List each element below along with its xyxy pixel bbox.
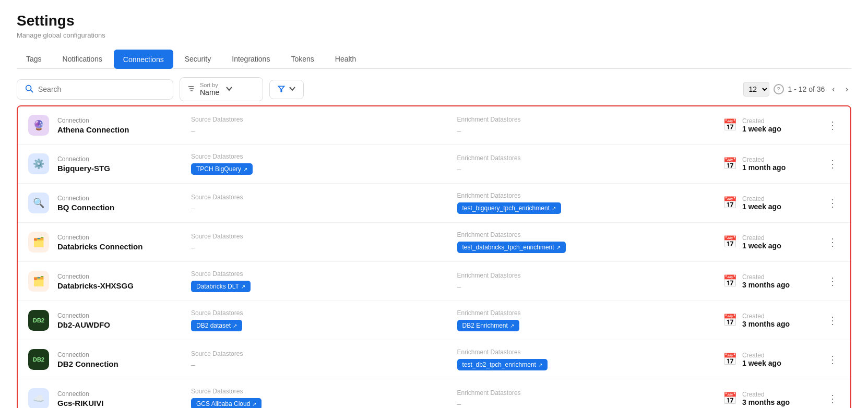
sort-by-value: Name — [200, 88, 219, 97]
external-link-icon: ↗ — [233, 323, 237, 329]
external-link-icon: ↗ — [241, 284, 245, 290]
row-menu-button[interactable]: ⋮ — [825, 155, 840, 172]
calendar-icon: 📅 — [723, 196, 737, 210]
connection-icon: ⚙️ — [28, 153, 49, 174]
external-link-icon: ↗ — [510, 323, 514, 329]
connection-name[interactable]: Databricks Connection — [57, 242, 183, 251]
connection-name[interactable]: Gcs-RIKUIVI — [57, 399, 183, 407]
page-title: Settings — [17, 13, 851, 29]
table-row: 🗂️ Connection Databricks Connection Sour… — [18, 223, 850, 262]
external-link-icon: ↗ — [243, 166, 247, 172]
row-menu-button[interactable]: ⋮ — [825, 351, 840, 368]
created-col: 📅 Created 1 month ago — [723, 156, 817, 172]
external-link-icon: ↗ — [538, 362, 542, 368]
connection-info: Connection Db2-AUWDFO — [57, 312, 183, 329]
source-datastores-col: Source Datastores – — [191, 194, 449, 212]
sort-chevron-icon — [225, 85, 233, 94]
enrichment-datastores-col: Enrichment Datastores – — [457, 272, 715, 291]
connections-list: 🔮 Connection Athena Connection Source Da… — [17, 105, 851, 408]
table-row: ⚙️ Connection Bigquery-STG Source Datast… — [18, 145, 850, 184]
tab-tokens[interactable]: Tokens — [281, 50, 323, 68]
connection-type-label: Connection — [57, 234, 183, 241]
calendar-icon: 📅 — [723, 392, 737, 405]
page-subtitle: Manage global configurations — [17, 31, 851, 39]
source-datastore-badge[interactable]: GCS Alibaba Cloud ↗ — [191, 398, 261, 408]
source-datastores-col: Source Datastores – — [191, 233, 449, 251]
source-datastores-col: Source Datastores – — [191, 350, 449, 369]
page-size-select[interactable]: 12 24 48 — [743, 82, 769, 97]
enrichment-datastore-badge[interactable]: test_databricks_tpch_enrichment ↗ — [457, 242, 566, 253]
filter-button[interactable] — [269, 80, 304, 99]
created-col: 📅 Created 1 week ago — [723, 195, 817, 211]
search-input[interactable] — [38, 85, 165, 93]
created-col: 📅 Created 3 months ago — [723, 313, 817, 328]
row-menu-button[interactable]: ⋮ — [825, 195, 840, 211]
calendar-icon: 📅 — [723, 235, 737, 249]
source-datastore-badge[interactable]: DB2 dataset ↗ — [191, 320, 242, 331]
sort-by-label: Sort by — [200, 82, 219, 88]
connection-icon: ☁️ — [28, 388, 49, 408]
enrichment-datastores-col: Enrichment Datastores – — [457, 116, 715, 135]
prev-page-button[interactable]: ‹ — [829, 82, 838, 96]
enrichment-datastores-col: Enrichment Datastores – — [457, 154, 715, 173]
table-row: DB2 Connection Db2-AUWDFO Source Datasto… — [18, 301, 850, 340]
table-row: 🔮 Connection Athena Connection Source Da… — [18, 106, 850, 145]
source-datastores-col: Source Datastores – — [191, 116, 449, 135]
toolbar: Sort by Name 12 24 48 ? 1 - 12 of 36 ‹ — [17, 77, 851, 101]
connection-type-label: Connection — [57, 195, 183, 202]
enrichment-datastore-badge[interactable]: test_bigquery_tpch_enrichment ↗ — [457, 202, 561, 214]
enrichment-datastore-badge[interactable]: test_db2_tpch_enrichment ↗ — [457, 359, 548, 370]
connection-info: Connection Bigquery-STG — [57, 155, 183, 173]
tabs-container: Tags Notifications Connections Security … — [17, 50, 851, 69]
created-col: 📅 Created 1 week ago — [723, 117, 817, 133]
connection-name[interactable]: Databricks-XHXSGG — [57, 281, 183, 290]
row-menu-button[interactable]: ⋮ — [825, 234, 840, 250]
row-menu-button[interactable]: ⋮ — [825, 273, 840, 290]
tab-connections[interactable]: Connections — [114, 50, 173, 69]
next-page-button[interactable]: › — [842, 82, 851, 96]
source-datastores-col: Source Datastores DB2 dataset ↗ — [191, 309, 449, 331]
sort-selector[interactable]: Sort by Name — [180, 77, 263, 101]
calendar-icon: 📅 — [723, 157, 737, 171]
calendar-icon: 📅 — [723, 353, 737, 366]
tab-tags[interactable]: Tags — [17, 50, 51, 68]
source-datastore-badge[interactable]: TPCH BigQuery ↗ — [191, 163, 253, 175]
tab-notifications[interactable]: Notifications — [53, 50, 112, 68]
connection-icon: 🗂️ — [28, 232, 49, 253]
tab-health[interactable]: Health — [326, 50, 365, 68]
connection-icon: DB2 — [28, 310, 49, 331]
search-box[interactable] — [17, 79, 173, 100]
row-menu-button[interactable]: ⋮ — [825, 312, 840, 329]
connection-info: Connection BQ Connection — [57, 195, 183, 212]
connection-name[interactable]: DB2 Connection — [57, 359, 183, 368]
connection-icon: DB2 — [28, 349, 49, 370]
enrichment-datastore-badge[interactable]: DB2 Enrichment ↗ — [457, 320, 519, 331]
enrichment-datastores-col: Enrichment Datastores test_bigquery_tpch… — [457, 192, 715, 214]
calendar-icon: 📅 — [723, 118, 737, 132]
tab-security[interactable]: Security — [175, 50, 221, 68]
row-menu-button[interactable]: ⋮ — [825, 117, 840, 134]
svg-marker-5 — [278, 86, 284, 91]
connection-type-label: Connection — [57, 273, 183, 280]
source-datastores-col: Source Datastores GCS Alibaba Cloud ↗ — [191, 388, 449, 408]
connection-name[interactable]: Db2-AUWDFO — [57, 320, 183, 329]
tab-integrations[interactable]: Integrations — [222, 50, 279, 68]
source-datastore-badge[interactable]: Databricks DLT ↗ — [191, 281, 251, 292]
filter-chevron-icon — [289, 85, 296, 94]
connection-name[interactable]: Athena Connection — [57, 125, 183, 134]
connection-icon: 🔍 — [28, 193, 49, 213]
connection-info: Connection Athena Connection — [57, 117, 183, 134]
connection-name[interactable]: BQ Connection — [57, 203, 183, 212]
source-datastores-col: Source Datastores Databricks DLT ↗ — [191, 270, 449, 292]
row-menu-button[interactable]: ⋮ — [825, 390, 840, 407]
external-link-icon: ↗ — [552, 206, 556, 211]
help-icon[interactable]: ? — [774, 84, 784, 94]
connection-icon: 🔮 — [28, 115, 49, 136]
connection-icon: 🗂️ — [28, 271, 49, 292]
pagination-text: 1 - 12 of 36 — [788, 85, 825, 93]
search-icon — [25, 84, 34, 95]
source-datastores-col: Source Datastores TPCH BigQuery ↗ — [191, 153, 449, 175]
connection-name[interactable]: Bigquery-STG — [57, 164, 183, 173]
connection-type-label: Connection — [57, 117, 183, 124]
connection-type-label: Connection — [57, 155, 183, 163]
